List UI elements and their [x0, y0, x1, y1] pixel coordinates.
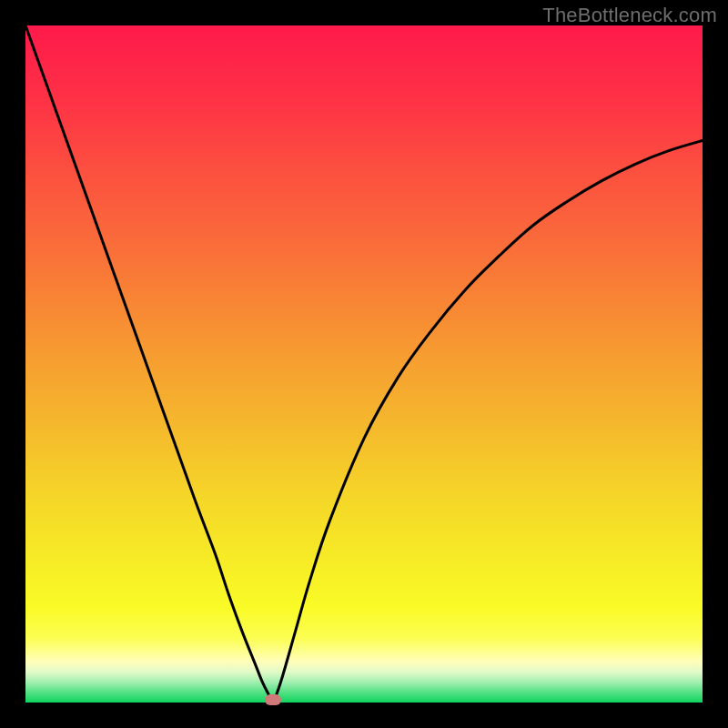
watermark-text: TheBottleneck.com [542, 4, 717, 27]
chart-background [25, 25, 703, 703]
svg-rect-0 [25, 25, 703, 703]
optimal-point-marker [265, 694, 281, 705]
chart-frame [25, 25, 703, 703]
